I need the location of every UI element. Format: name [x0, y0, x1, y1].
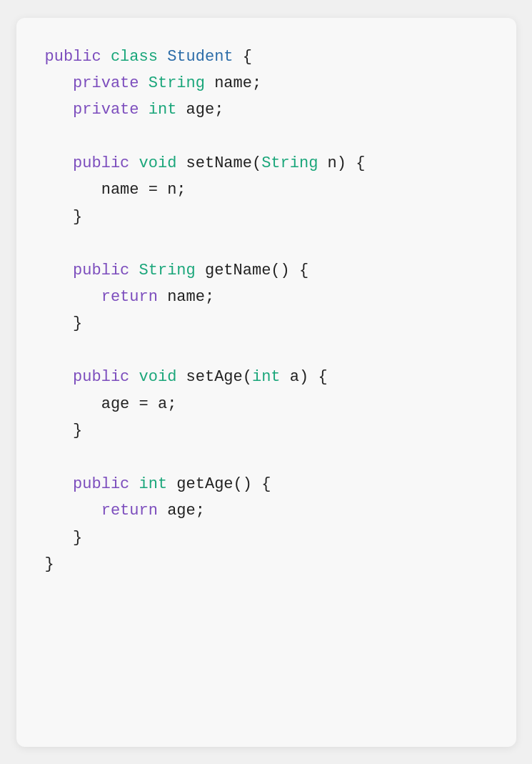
line-14: return age; [45, 497, 488, 524]
line-9: } [45, 310, 488, 337]
line-10: public void setAge(int a) { [45, 364, 488, 390]
line-6: } [45, 204, 488, 230]
blank-3 [45, 337, 488, 364]
line-16: } [45, 551, 488, 577]
line-11: age = a; [45, 391, 488, 417]
code-block: public class Student { private String na… [16, 18, 516, 747]
line-7: public String getName() { [45, 257, 488, 284]
line-1: public class Student { [45, 44, 488, 70]
line-3: private int age; [45, 96, 488, 123]
line-12: } [45, 417, 488, 444]
line-15: } [45, 525, 488, 551]
line-5: name = n; [45, 177, 488, 203]
blank-2 [45, 230, 488, 257]
line-8: return name; [45, 284, 488, 310]
blank-1 [45, 124, 488, 150]
blank-4 [45, 444, 488, 470]
line-13: public int getAge() { [45, 471, 488, 497]
line-2: private String name; [45, 70, 488, 96]
line-4: public void setName(String n) { [45, 150, 488, 177]
